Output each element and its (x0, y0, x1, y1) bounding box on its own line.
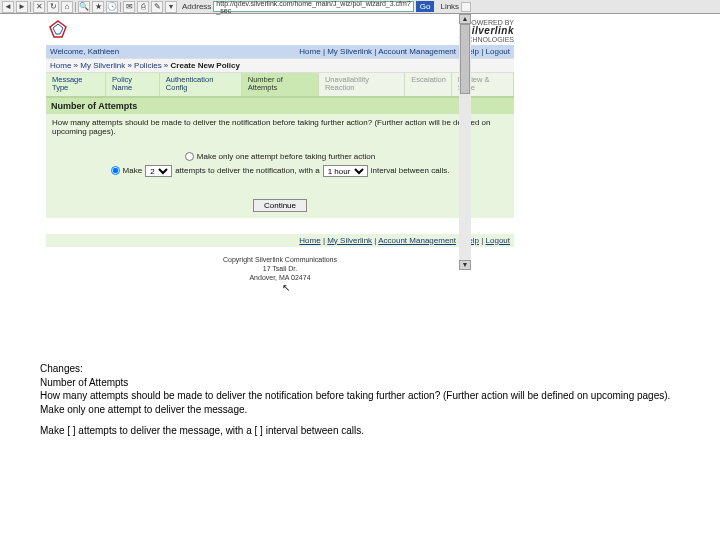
links-icon[interactable] (461, 2, 471, 12)
browser-toolbar: ◄ ► ✕ ↻ ⌂ 🔍 ★ 🕓 ✉ ⎙ ✎ ▾ Address http://q… (0, 0, 720, 14)
svg-marker-1 (53, 24, 63, 34)
tab-auth-config[interactable]: Authentication Config (160, 73, 242, 96)
f-logout[interactable]: Logout (486, 236, 510, 245)
changes-p2: Make only one attempt to deliver the mes… (40, 404, 247, 415)
history-icon[interactable]: 🕓 (106, 1, 118, 13)
header-row: POWERED BY silverlink TECHNOLOGIES (46, 14, 514, 45)
radio-one-attempt[interactable] (185, 152, 194, 161)
back-icon[interactable]: ◄ (2, 1, 14, 13)
copy2: 17 Tsali Dr. (46, 264, 514, 273)
favorites-icon[interactable]: ★ (92, 1, 104, 13)
separator (75, 2, 76, 12)
address-value: http://qdev.silverlink.com/home_main/J_w… (216, 0, 410, 14)
tab-number-attempts[interactable]: Number of Attempts (242, 73, 319, 96)
tab-escalation: Escalation (405, 73, 451, 96)
f-acct[interactable]: Account Management (378, 236, 456, 245)
stop-icon[interactable]: ✕ (33, 1, 45, 13)
forward-icon[interactable]: ► (16, 1, 28, 13)
tools-icon[interactable]: ▾ (165, 1, 177, 13)
changes-heading: Changes: (40, 363, 83, 374)
radio-multi-attempt[interactable] (111, 166, 120, 175)
separator (30, 2, 31, 12)
silverlink-logo-icon (46, 19, 70, 43)
opt1-label: Make only one attempt before taking furt… (197, 152, 375, 161)
form-area: Make only one attempt before taking furt… (46, 140, 514, 193)
nav-home[interactable]: Home (299, 47, 320, 56)
links-label: Links (440, 2, 459, 11)
breadcrumb: Home » My Silverlink » Policies » Create… (46, 58, 514, 73)
scroll-down-icon[interactable]: ▼ (459, 260, 471, 270)
select-attempts[interactable]: 2 (145, 165, 172, 177)
page-content: POWERED BY silverlink TECHNOLOGIES Welco… (46, 14, 514, 290)
nav-account[interactable]: Account Management (378, 47, 456, 56)
f-mysl[interactable]: My Silverlink (327, 236, 372, 245)
option-one-attempt[interactable]: Make only one attempt before taking furt… (46, 150, 514, 163)
welcome-text: Welcome, Kathleen (50, 47, 119, 56)
welcome-links: Home | My Silverlink | Account Managemen… (299, 47, 510, 56)
address-label: Address (182, 2, 211, 11)
changes-p1: How many attempts should be made to deli… (40, 390, 670, 401)
changes-annotation: Changes: Number of Attempts How many att… (40, 362, 700, 446)
refresh-icon[interactable]: ↻ (47, 1, 59, 13)
go-button[interactable]: Go (416, 1, 435, 12)
nav-mysilverlink[interactable]: My Silverlink (327, 47, 372, 56)
crumb-current: Create New Policy (171, 61, 240, 70)
opt2-pre: Make (123, 166, 143, 175)
section-title: Number of Attempts (46, 97, 514, 114)
changes-p3: Make [ ] attempts to deliver the message… (40, 424, 700, 438)
footer-links: Home | My Silverlink | Account Managemen… (46, 232, 514, 247)
copyright: Copyright Silverlink Communications 17 T… (46, 247, 514, 290)
home-icon[interactable]: ⌂ (61, 1, 73, 13)
scroll-up-icon[interactable]: ▲ (459, 14, 471, 24)
wizard-tabs: Message Type Policy Name Authentication … (46, 73, 514, 97)
nav-logout[interactable]: Logout (486, 47, 510, 56)
scroll-thumb[interactable] (460, 24, 470, 94)
print-icon[interactable]: ⎙ (137, 1, 149, 13)
welcome-bar: Welcome, Kathleen Home | My Silverlink |… (46, 45, 514, 58)
option-multi-attempt[interactable]: Make 2 attempts to deliver the notificat… (46, 163, 514, 179)
f-home[interactable]: Home (299, 236, 320, 245)
tab-message-type[interactable]: Message Type (46, 73, 106, 96)
mail-icon[interactable]: ✉ (123, 1, 135, 13)
changes-title: Number of Attempts (40, 377, 128, 388)
crumb-mysl[interactable]: My Silverlink (80, 61, 125, 70)
button-row: Continue (46, 193, 514, 218)
search-icon[interactable]: 🔍 (78, 1, 90, 13)
continue-button[interactable]: Continue (253, 199, 307, 212)
scrollbar[interactable]: ▲ ▼ (459, 14, 471, 270)
crumb-policies[interactable]: Policies (134, 61, 162, 70)
tab-policy-name[interactable]: Policy Name (106, 73, 160, 96)
copy3: Andover, MA 02474 (46, 273, 514, 282)
separator (120, 2, 121, 12)
edit-icon[interactable]: ✎ (151, 1, 163, 13)
section-prompt: How many attempts should be made to deli… (46, 114, 514, 140)
address-input[interactable]: http://qdev.silverlink.com/home_main/J_w… (213, 1, 413, 12)
crumb-home[interactable]: Home (50, 61, 71, 70)
copy1: Copyright Silverlink Communications (46, 255, 514, 264)
opt2-post: interval between calls. (371, 166, 450, 175)
select-interval[interactable]: 1 hour (323, 165, 368, 177)
opt2-mid: attempts to deliver the notification, wi… (175, 166, 320, 175)
tab-unavailability: Unavailability Reaction (319, 73, 405, 96)
